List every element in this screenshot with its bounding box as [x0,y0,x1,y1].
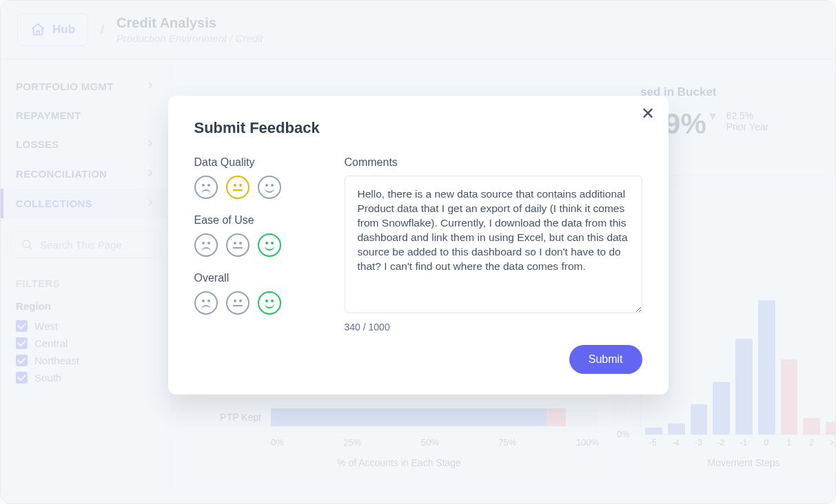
submit-button[interactable]: Submit [569,345,642,374]
smile-face-icon[interactable] [258,176,281,199]
smile-face-icon[interactable] [258,291,281,315]
frown-face-icon[interactable] [194,291,218,315]
frown-face-icon[interactable] [194,176,218,199]
rating-label: Overall [194,272,312,284]
comments-textarea[interactable] [345,176,642,313]
meh-face-icon[interactable] [226,291,249,315]
meh-face-icon[interactable] [226,176,249,199]
comments-label: Comments [345,156,642,169]
feedback-modal: ✕ Submit Feedback Data QualityEase of Us… [168,96,669,395]
rating-label: Data Quality [194,156,312,169]
char-count: 340 / 1000 [345,322,642,333]
meh-face-icon[interactable] [226,233,249,257]
rating-label: Ease of Use [194,214,312,227]
modal-overlay: ✕ Submit Feedback Data QualityEase of Us… [1,1,835,503]
frown-face-icon[interactable] [194,233,218,257]
close-icon[interactable]: ✕ [641,105,655,122]
modal-title: Submit Feedback [194,119,642,137]
smile-face-icon[interactable] [258,233,281,257]
